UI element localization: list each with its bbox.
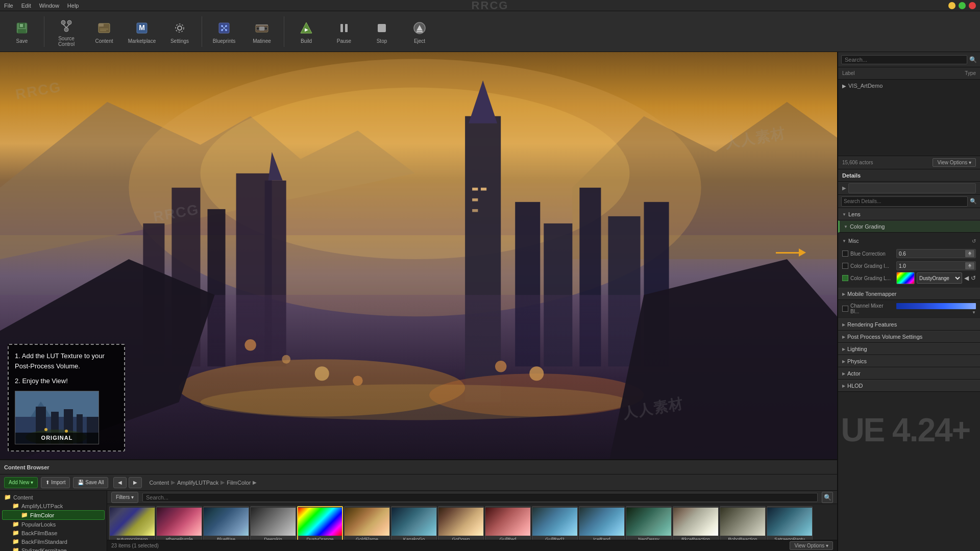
tree-backfilm[interactable]: 📁 BackFilmBase [2, 529, 105, 537]
asset-kanakago[interactable]: KanakoGo [391, 506, 437, 540]
tree-backfilmstd[interactable]: 📁 BackFilmStandard [2, 537, 105, 546]
rp-scene-header: Label Type [838, 67, 980, 80]
arrow-overlay [776, 247, 806, 258]
toolbar-save[interactable]: Save [4, 14, 40, 49]
asset-rkcereaction[interactable]: RkceReaction [673, 506, 719, 540]
section-ppvs[interactable]: ▶ Post Process Volume Settings [838, 331, 980, 343]
asset-godown[interactable]: GoDown [438, 506, 484, 540]
toolbar-settings[interactable]: Settings [162, 14, 198, 49]
section-lens[interactable]: ▼ Lens [838, 208, 980, 220]
asset-athenepurple[interactable]: athenePurple [156, 506, 202, 540]
toolbar-content[interactable]: Content [86, 14, 122, 49]
menu-window[interactable]: Window [39, 3, 59, 9]
tree-filmcolor[interactable]: 📁 FilmColor [2, 510, 105, 520]
minimize-button[interactable] [948, 2, 955, 9]
toolbar-blueprints[interactable]: Blueprints [206, 14, 242, 49]
lut-arrow-left[interactable]: ◀ [964, 274, 969, 282]
section-lighting[interactable]: ▶ Lighting [838, 343, 980, 355]
save-icon [13, 19, 31, 37]
asset-gullred[interactable]: GullRed [485, 506, 531, 540]
tree-stylized1[interactable]: 📁 StylizedKermitage [2, 546, 105, 551]
section-color-grading[interactable]: ▼ Color Grading [838, 220, 980, 233]
toolbar-marketplace[interactable]: M Marketplace [124, 14, 160, 49]
lut-select[interactable]: DustyOrange DustyOrange [917, 272, 962, 284]
nav-forward-button[interactable]: ▶ [129, 477, 142, 488]
folder-icon: 📁 [4, 494, 11, 500]
svg-point-4 [61, 20, 65, 24]
toolbar-source-control[interactable]: Source Control [48, 14, 84, 49]
breadcrumb-filmcolor[interactable]: FilmColor [227, 480, 251, 486]
rp-details-search-input[interactable] [841, 196, 968, 207]
breadcrumb-content[interactable]: Content [149, 480, 169, 486]
blue-correction-checkbox[interactable] [842, 251, 848, 257]
color-grading-intensity-value[interactable]: 1.0 [896, 261, 976, 270]
channel-mixer-bar[interactable] [896, 303, 976, 309]
section-actor[interactable]: ▶ Actor [838, 367, 980, 380]
menu-file[interactable]: File [4, 3, 13, 9]
asset-bluerise[interactable]: BlueRise [203, 506, 249, 540]
section-physics[interactable]: ▶ Physics [838, 355, 980, 367]
asset-icerand[interactable]: IceRand [579, 506, 625, 540]
section-hlod[interactable]: ▶ HLOD [838, 380, 980, 392]
viewport[interactable]: RRCG 人人素材 RRCG 人人素材 1. Add the LUT Textu… [0, 52, 837, 459]
asset-goldflame[interactable]: GoldFlame [344, 506, 390, 540]
toolbar-eject[interactable]: Eject [402, 14, 437, 49]
rp-view-options-button[interactable]: View Options ▾ [933, 158, 976, 167]
filter-button[interactable]: Filters ▾ [111, 492, 138, 503]
import-button[interactable]: ⬆ Import [41, 477, 70, 488]
section-rendering-features[interactable]: ▶ Rendering Features [838, 318, 980, 331]
asset-neodessy[interactable]: NeoDessy [626, 506, 672, 540]
scene-tree-root[interactable]: ▶ VIS_ArtDemo [840, 82, 978, 90]
cgi-spinner[interactable] [965, 262, 974, 269]
svg-point-79 [44, 428, 47, 431]
search-icon: 🔍 [969, 56, 977, 63]
blue-correction-value[interactable]: 0.6 [896, 249, 976, 258]
toolbar-stop[interactable]: Stop [364, 14, 400, 49]
preview-thumb: ORIGINAL [15, 391, 99, 444]
cm-checkbox[interactable] [842, 306, 848, 312]
maximize-button[interactable] [959, 2, 966, 9]
asset-deerskin[interactable]: Deerskin [250, 506, 296, 540]
toolbar-matinee[interactable]: Matinee [244, 14, 280, 49]
close-button[interactable] [969, 2, 976, 9]
cgl-label: Color Grading L... [842, 275, 893, 281]
type-header-label: Type [965, 70, 976, 76]
cb-assets-grid: autumncrimson athenePurple BlueRise [107, 504, 837, 540]
add-new-button[interactable]: Add New ▾ [4, 477, 38, 488]
cgi-checkbox[interactable] [842, 263, 848, 269]
build-icon: ▶ [297, 19, 315, 37]
svg-rect-2 [20, 24, 23, 27]
view-options-button[interactable]: View Options ▾ [790, 541, 833, 550]
breadcrumb-expand[interactable]: ▶ [253, 480, 257, 485]
save-all-button[interactable]: 💾 Save All [73, 477, 108, 488]
color-grading-intensity-row: Color Grading I... 1.0 [842, 260, 976, 271]
post-cine-input[interactable]: POST_CINE [848, 183, 976, 193]
asset-autumncrimson[interactable]: autumncrimson [109, 506, 155, 540]
misc-reset[interactable]: ↺ [972, 238, 976, 244]
asset-name: GoldFlame [345, 536, 389, 540]
menu-help[interactable]: Help [67, 3, 79, 9]
tree-popular[interactable]: 📁 PopularLooks [2, 520, 105, 529]
nav-back-button[interactable]: ◀ [113, 477, 127, 488]
toolbar-build[interactable]: ▶ Build [288, 14, 324, 49]
svg-rect-10 [99, 23, 104, 27]
lut-refresh[interactable]: ↺ [971, 274, 976, 282]
asset-dustyorange[interactable]: DustyOrange [297, 506, 343, 540]
asset-roboreaction[interactable]: RoboReaction [720, 506, 766, 540]
eject-label: Eject [414, 38, 425, 44]
toolbar-pause[interactable]: Pause [326, 14, 362, 49]
cb-search-input[interactable] [142, 493, 818, 502]
asset-gullred2[interactable]: GullRed2 [532, 506, 578, 540]
asset-satregopantu[interactable]: SatraegoPantu [767, 506, 813, 540]
misc-subsection[interactable]: ▼ Misc ↺ [842, 236, 976, 246]
blue-correction-spinner[interactable] [965, 250, 974, 257]
tree-content[interactable]: 📁 Content [2, 493, 105, 502]
rp-search-input[interactable] [841, 55, 967, 64]
tree-amplify[interactable]: 📁 AmplifyLUTPack [2, 502, 105, 510]
asset-name: RoboReaction [720, 536, 765, 540]
menu-edit[interactable]: Edit [21, 3, 31, 9]
search-icon-button[interactable]: 🔍 [822, 492, 833, 503]
breadcrumb-amplify[interactable]: AmplifyLUTPack [177, 480, 218, 486]
cgl-checkbox[interactable] [842, 275, 848, 281]
section-mobile-tonemapper[interactable]: ▶ Mobile Tonemapper [838, 288, 980, 300]
